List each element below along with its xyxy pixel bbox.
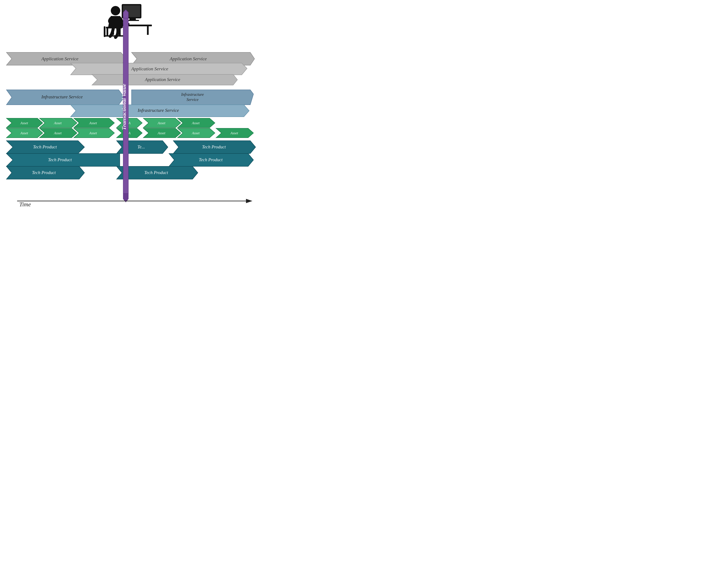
tech-product-row-2: Tech Product Tech Product (6, 153, 253, 166)
time-arrowhead (246, 199, 252, 203)
svg-text:Tech Product: Tech Product (202, 144, 226, 149)
infra-service-right-1: Infrastructure Service (131, 90, 253, 105)
svg-text:Application Service: Application Service (144, 77, 180, 82)
svg-rect-11 (119, 28, 121, 36)
svg-rect-12 (104, 35, 124, 37)
asset-row-1: Asset Asset Asset A Asset Asset (6, 118, 215, 128)
svg-text:Transactional Value: Transactional Value (121, 84, 127, 130)
svg-text:Service: Service (187, 97, 199, 102)
svg-text:Tech Product: Tech Product (199, 157, 223, 162)
tech-product-left-1: Tech Product (6, 141, 84, 153)
svg-rect-10 (106, 28, 108, 36)
infra-service-right-2: Infrastructure Service (70, 105, 249, 117)
svg-text:Asset: Asset (158, 121, 166, 125)
svg-point-8 (111, 6, 120, 15)
tech-product-right-1: Te... Tech Product (117, 141, 255, 153)
svg-text:Asset: Asset (20, 121, 28, 125)
svg-rect-2 (129, 18, 136, 20)
svg-text:Asset: Asset (230, 131, 238, 135)
svg-text:Tech Product: Tech Product (144, 170, 168, 175)
svg-text:Asset: Asset (20, 131, 28, 135)
svg-text:Infrastructure Service: Infrastructure Service (138, 108, 179, 113)
svg-text:Application Service: Application Service (41, 56, 79, 61)
svg-text:Asset: Asset (158, 131, 166, 135)
asset-row-2: Asset Asset Asset A Asset Asset Asset (6, 128, 253, 138)
svg-text:Tech Product: Tech Product (48, 157, 72, 162)
diagram-container: Transactional Value Application Service … (0, 0, 257, 210)
svg-text:Te...: Te... (138, 144, 145, 149)
svg-text:Asset: Asset (54, 131, 62, 135)
svg-text:Tech Product: Tech Product (32, 170, 56, 175)
svg-text:Application Service: Application Service (169, 56, 207, 61)
svg-text:Infrastructure: Infrastructure (181, 92, 204, 97)
svg-text:Asset: Asset (89, 121, 97, 125)
app-service-right-2: Application Service (70, 63, 247, 75)
svg-text:Asset: Asset (89, 131, 97, 135)
time-label: Time (19, 201, 31, 208)
svg-text:Infrastructure Service: Infrastructure Service (41, 94, 83, 100)
tech-product-row-3: Tech Product Tech Product (6, 166, 198, 179)
app-service-right-3: Application Service (92, 75, 238, 85)
svg-rect-6 (147, 26, 149, 35)
svg-text:Asset: Asset (192, 121, 200, 125)
infra-service-left-1: Infrastructure Service (6, 90, 124, 105)
svg-rect-9 (106, 27, 122, 28)
svg-text:Tech Product: Tech Product (33, 144, 57, 149)
svg-text:Asset: Asset (192, 131, 200, 135)
svg-text:Asset: Asset (54, 121, 62, 125)
svg-rect-13 (104, 26, 105, 37)
svg-text:Application Service: Application Service (131, 66, 168, 71)
